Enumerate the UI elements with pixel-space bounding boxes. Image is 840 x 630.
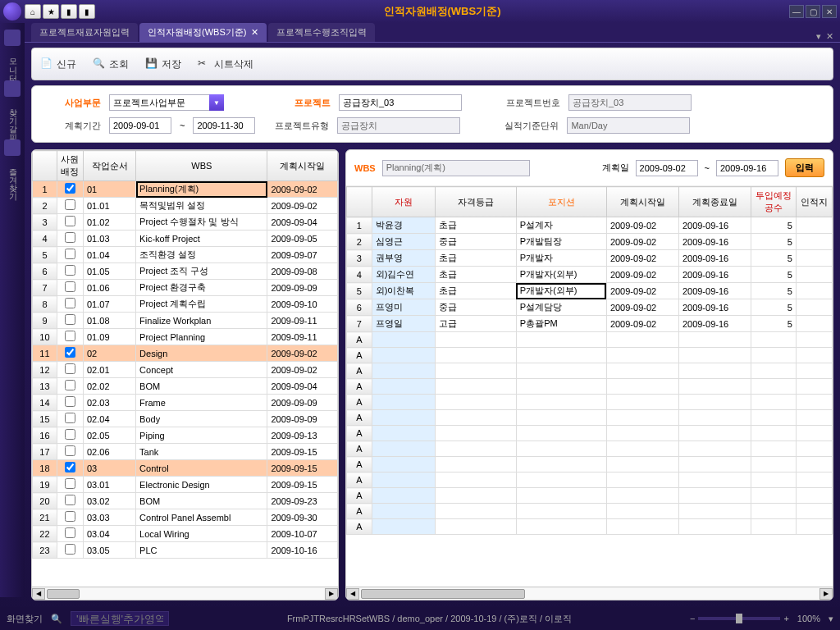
table-row[interactable]: 7프영일고급P총괄PM2009-09-022009-09-165 (347, 316, 833, 332)
tab-1[interactable]: 프로젝트재료자원입력 (31, 23, 138, 42)
period-from[interactable] (109, 117, 171, 134)
sidebar-icon-3[interactable] (4, 139, 21, 156)
table-row[interactable]: 501.04조직환경 설정2009-09-07 (33, 247, 338, 263)
biz-select[interactable] (109, 94, 224, 111)
table-row[interactable]: 4외)김수연초급P개발자(외부)2009-09-022009-09-165 (347, 267, 833, 283)
table-row[interactable]: 901.08Finalize Workplan2009-09-11 (33, 313, 338, 329)
table-row[interactable]: 5외)이찬복초급P개발자(외부)2009-09-022009-09-165 (347, 283, 833, 299)
table-row[interactable]: A (347, 504, 833, 519)
row-checkbox[interactable] (65, 478, 75, 489)
row-checkbox[interactable] (65, 347, 75, 358)
close-button[interactable]: ✕ (822, 5, 837, 18)
table-row[interactable]: 1803Control2009-09-15 (33, 460, 338, 477)
row-checkbox[interactable] (65, 314, 75, 325)
table-row[interactable]: A (347, 348, 833, 363)
row-checkbox[interactable] (65, 331, 75, 341)
table-row[interactable]: A (347, 332, 833, 348)
table-row[interactable]: 301.02Project 수행절차 및 방식2009-09-04 (33, 214, 338, 231)
delete-button[interactable]: ✂시트삭제 (198, 57, 253, 71)
table-row[interactable]: 1박윤경초급P설계자2009-09-022009-09-165 (347, 217, 833, 234)
table-row[interactable]: A (347, 457, 833, 472)
input-button[interactable]: 입력 (785, 158, 824, 177)
row-checkbox[interactable] (65, 413, 75, 423)
table-row[interactable]: 3권부영초급P개발자2009-09-022009-09-165 (347, 250, 833, 267)
resource-grid[interactable]: 자원자격등급포지션계획시작일계획종료일투입예정공수인적지1박윤경초급P설계자20… (346, 186, 833, 587)
scroll-right-icon[interactable]: ▶ (325, 588, 338, 600)
row-checkbox[interactable] (65, 298, 75, 308)
table-row[interactable]: 201.01목적및범위 설정2009-09-02 (33, 198, 338, 214)
table-row[interactable]: A (347, 472, 833, 488)
zoom-thumb[interactable] (736, 614, 742, 623)
table-row[interactable]: A (347, 395, 833, 410)
project-input[interactable] (339, 94, 462, 111)
zoom-out-icon[interactable]: − (690, 614, 695, 623)
scroll-thumb[interactable] (361, 589, 525, 599)
tabbar-close-icon[interactable]: ✕ (826, 31, 833, 42)
zoom-control[interactable]: − + (690, 614, 789, 623)
table-row[interactable]: A (347, 379, 833, 395)
maximize-button[interactable]: ▢ (806, 5, 820, 18)
period-to[interactable] (193, 117, 255, 134)
row-checkbox[interactable] (65, 249, 75, 259)
save-button[interactable]: 💾저장 (145, 57, 181, 71)
sidebar-icon-1[interactable] (4, 30, 21, 46)
table-row[interactable]: 601.05Project 조직 구성2009-09-08 (33, 263, 338, 280)
app2-icon[interactable]: ▮ (79, 4, 95, 19)
tab-close-icon[interactable]: ✕ (251, 27, 258, 37)
left-hscroll[interactable]: ◀ ▶ (32, 587, 338, 600)
table-row[interactable]: 2심영근중급P개발팀장2009-09-022009-09-165 (347, 234, 833, 250)
row-checkbox[interactable] (65, 363, 75, 374)
table-row[interactable]: 1001.09Project Planning2009-09-11 (33, 329, 338, 345)
scroll-left-icon[interactable]: ◀ (346, 588, 359, 600)
table-row[interactable]: 1402.03Frame2009-09-09 (33, 395, 338, 411)
row-checkbox[interactable] (65, 216, 75, 226)
table-row[interactable]: 2303.05PLC2009-10-16 (33, 542, 338, 559)
row-checkbox[interactable] (65, 445, 75, 456)
tab-2[interactable]: 인적자원배정(WBS기준)✕ (139, 23, 267, 42)
table-row[interactable]: 101Planning(계획)2009-09-02 (33, 181, 338, 198)
table-row[interactable]: 6프영미중급P설계담당2009-09-022009-09-165 (347, 299, 833, 316)
table-row[interactable]: 701.06Project 환경구축2009-09-09 (33, 280, 338, 296)
table-row[interactable]: 1202.01Concept2009-09-02 (33, 362, 338, 378)
table-row[interactable]: A (347, 426, 833, 441)
table-row[interactable]: 1102Design2009-09-02 (33, 345, 338, 362)
table-row[interactable]: 2003.02BOM2009-09-23 (33, 493, 338, 509)
plandate-to[interactable] (716, 160, 778, 176)
table-row[interactable]: 2203.04Local Wiring2009-10-07 (33, 526, 338, 542)
star-icon[interactable]: ★ (43, 4, 59, 19)
row-checkbox[interactable] (65, 462, 75, 472)
row-checkbox[interactable] (65, 495, 75, 505)
table-row[interactable]: A (347, 519, 833, 535)
table-row[interactable]: 1502.04Body2009-09-09 (33, 411, 338, 427)
quicklaunch-input[interactable] (71, 611, 169, 626)
app1-icon[interactable]: ▮ (61, 4, 77, 19)
scroll-left-icon[interactable]: ◀ (32, 588, 45, 600)
new-button[interactable]: 📄신규 (40, 57, 76, 71)
right-hscroll[interactable]: ◀ ▶ (346, 587, 833, 600)
table-row[interactable]: 1903.01Electronic Design2009-09-15 (33, 477, 338, 493)
sidebar-icon-2[interactable] (4, 80, 21, 97)
search-icon[interactable]: 🔍 (51, 614, 62, 624)
zoom-in-icon[interactable]: + (783, 614, 788, 623)
wbs-grid[interactable]: 사원배정작업순서WBS계획시작일101Planning(계획)2009-09-0… (32, 150, 338, 587)
scroll-right-icon[interactable]: ▶ (819, 588, 833, 600)
row-checkbox[interactable] (65, 527, 75, 538)
row-checkbox[interactable] (65, 396, 75, 407)
tab-3[interactable]: 프로젝트수행조직입력 (268, 23, 375, 42)
table-row[interactable]: 1702.06Tank2009-09-15 (33, 444, 338, 460)
row-checkbox[interactable] (65, 429, 75, 440)
query-button[interactable]: 🔍조회 (93, 57, 129, 71)
row-checkbox[interactable] (65, 281, 75, 292)
table-row[interactable]: 401.03Kic-koff Project2009-09-05 (33, 231, 338, 247)
table-row[interactable]: A (347, 410, 833, 426)
table-row[interactable]: 1302.02BOM2009-09-04 (33, 378, 338, 395)
row-checkbox[interactable] (65, 183, 75, 194)
chevron-down-icon[interactable]: ▼ (209, 94, 224, 111)
row-checkbox[interactable] (65, 199, 75, 210)
plandate-from[interactable] (636, 160, 698, 176)
app-icon[interactable] (3, 2, 21, 21)
row-checkbox[interactable] (65, 544, 75, 555)
row-checkbox[interactable] (65, 380, 75, 390)
table-row[interactable]: A (347, 488, 833, 504)
table-row[interactable]: 1602.05Piping2009-09-13 (33, 427, 338, 444)
